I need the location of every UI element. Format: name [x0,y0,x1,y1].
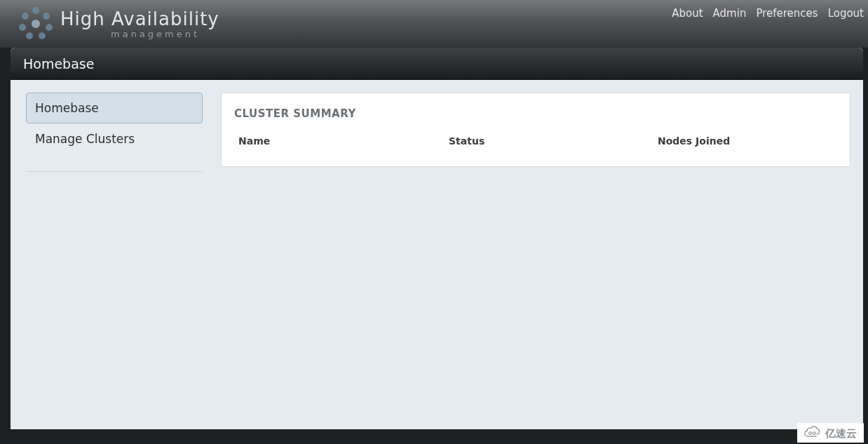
svg-point-8 [809,432,812,435]
svg-point-4 [46,24,53,31]
brand-title: High Availability [60,10,219,28]
page-titlebar: Homebase [11,48,863,80]
cluster-summary-panel: CLUSTER SUMMARY Name Status Nodes Joined [221,93,850,167]
svg-point-7 [32,20,40,28]
nav-preferences[interactable]: Preferences [756,7,818,20]
svg-point-6 [39,32,46,39]
nav-logout[interactable]: Logout [828,7,864,20]
svg-point-0 [32,7,39,14]
app-header: High Availability management About Admin… [0,0,868,48]
sidebar-item-manage-clusters[interactable]: Manage Clusters [26,123,203,154]
sidebar-item-homebase[interactable]: Homebase [26,93,203,123]
page-frame: Homebase Homebase Manage Clusters CLUSTE… [11,48,863,429]
nav-admin[interactable]: Admin [713,7,747,20]
page-body: Homebase Manage Clusters CLUSTER SUMMARY… [11,80,863,172]
column-nodes-joined: Nodes Joined [658,135,837,147]
nav-about[interactable]: About [672,7,703,20]
svg-point-1 [22,13,29,20]
watermark-text: 亿速云 [825,427,857,440]
svg-point-3 [19,24,26,31]
watermark: 亿速云 [797,423,864,443]
panel-heading: CLUSTER SUMMARY [234,107,837,120]
sidebar-item-label: Manage Clusters [35,132,135,146]
cluster-summary-table: Name Status Nodes Joined [234,135,837,154]
cloud-icon [803,426,821,441]
sidebar-separator [26,171,203,172]
svg-point-5 [26,32,33,39]
column-name: Name [238,135,449,147]
svg-point-9 [813,432,815,435]
ha-logo-icon [17,5,55,43]
page-title: Homebase [23,56,94,72]
brand-subtitle: management [60,29,219,39]
sidebar-item-label: Homebase [35,101,99,115]
column-status: Status [449,135,658,147]
main-content: CLUSTER SUMMARY Name Status Nodes Joined [221,93,850,172]
sidebar: Homebase Manage Clusters [26,93,203,172]
table-header-row: Name Status Nodes Joined [234,135,837,154]
brand-text: High Availability management [60,10,219,39]
svg-point-2 [43,13,50,20]
brand-logo: High Availability management [17,5,219,43]
top-nav: About Admin Preferences Logout [672,7,864,20]
